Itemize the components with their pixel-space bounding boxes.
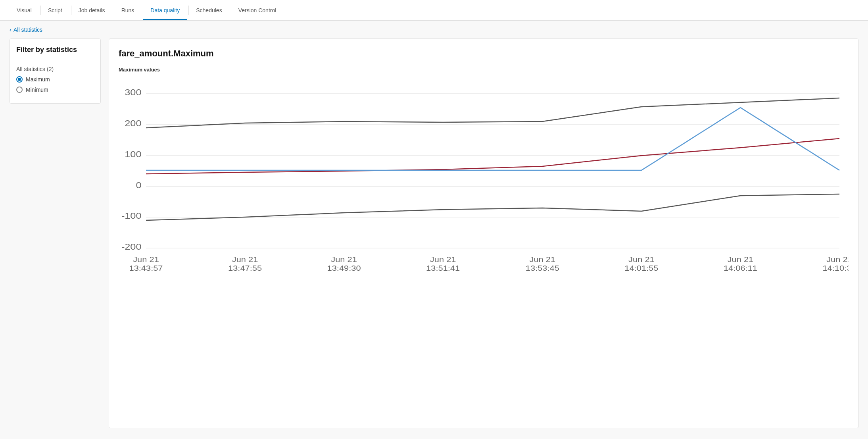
svg-text:-200: -200 bbox=[121, 242, 142, 252]
svg-text:13:51:41: 13:51:41 bbox=[426, 264, 460, 272]
tab-runs[interactable]: Runs bbox=[114, 2, 142, 20]
tab-visual[interactable]: Visual bbox=[10, 2, 39, 20]
breadcrumb-all-statistics[interactable]: ‹ All statistics bbox=[10, 26, 42, 33]
svg-text:100: 100 bbox=[125, 150, 141, 159]
filter-divider bbox=[16, 61, 94, 61]
svg-text:200: 200 bbox=[125, 119, 141, 128]
upper-gray-line bbox=[146, 98, 839, 128]
svg-text:Jun 21: Jun 21 bbox=[133, 255, 159, 263]
tab-job-details[interactable]: Job details bbox=[71, 2, 112, 20]
svg-text:14:01:55: 14:01:55 bbox=[624, 264, 658, 272]
tab-schedules[interactable]: Schedules bbox=[189, 2, 229, 20]
top-navigation: Visual Script Job details Runs Data qual… bbox=[0, 0, 868, 21]
radio-minimum-label: Minimum bbox=[26, 87, 48, 93]
svg-text:14:06:11: 14:06:11 bbox=[724, 264, 757, 272]
svg-text:Jun 21: Jun 21 bbox=[728, 255, 754, 263]
filter-option-minimum[interactable]: Minimum bbox=[16, 87, 94, 93]
main-content: Filter by statistics All statistics (2) … bbox=[0, 39, 868, 438]
svg-text:0: 0 bbox=[136, 181, 141, 190]
svg-text:13:49:30: 13:49:30 bbox=[327, 264, 361, 272]
chart-subtitle: Maximum values bbox=[119, 67, 849, 73]
svg-text:Jun 21: Jun 21 bbox=[530, 255, 556, 263]
svg-text:Jun 21: Jun 21 bbox=[331, 255, 357, 263]
svg-text:Jun 21: Jun 21 bbox=[628, 255, 655, 263]
tab-script[interactable]: Script bbox=[41, 2, 69, 20]
svg-text:13:47:55: 13:47:55 bbox=[228, 264, 262, 272]
radio-maximum-label: Maximum bbox=[26, 76, 50, 83]
breadcrumb-label: All statistics bbox=[13, 27, 42, 33]
lower-gray-line bbox=[146, 194, 839, 220]
svg-text:14:10:31: 14:10:31 bbox=[822, 264, 849, 272]
svg-text:13:53:45: 13:53:45 bbox=[526, 264, 559, 272]
svg-text:Jun 21: Jun 21 bbox=[430, 255, 456, 263]
filter-group-label: All statistics (2) bbox=[16, 66, 94, 72]
radio-maximum-dot bbox=[18, 78, 21, 81]
chart-svg: 300 200 100 0 -100 -200 bbox=[119, 77, 849, 284]
blue-line bbox=[146, 108, 839, 170]
breadcrumb-bar: ‹ All statistics bbox=[0, 21, 868, 39]
chart-panel: fare_amount.Maximum Maximum values bbox=[109, 39, 858, 428]
filter-sidebar: Filter by statistics All statistics (2) … bbox=[10, 39, 101, 104]
svg-text:13:43:57: 13:43:57 bbox=[129, 264, 163, 272]
filter-title: Filter by statistics bbox=[16, 45, 94, 54]
svg-text:Jun 21: Jun 21 bbox=[232, 255, 258, 263]
red-line bbox=[146, 139, 839, 174]
svg-text:Jun 21: Jun 21 bbox=[826, 255, 849, 263]
tab-data-quality[interactable]: Data quality bbox=[143, 2, 187, 20]
filter-option-maximum[interactable]: Maximum bbox=[16, 76, 94, 83]
chart-title: fare_amount.Maximum bbox=[119, 48, 849, 59]
radio-maximum[interactable] bbox=[16, 76, 23, 83]
tab-version-control[interactable]: Version Control bbox=[231, 2, 284, 20]
chart-container: 300 200 100 0 -100 -200 bbox=[119, 77, 849, 284]
svg-text:-100: -100 bbox=[121, 211, 142, 221]
svg-text:300: 300 bbox=[125, 88, 141, 97]
radio-minimum[interactable] bbox=[16, 87, 23, 93]
chevron-left-icon: ‹ bbox=[10, 26, 12, 33]
